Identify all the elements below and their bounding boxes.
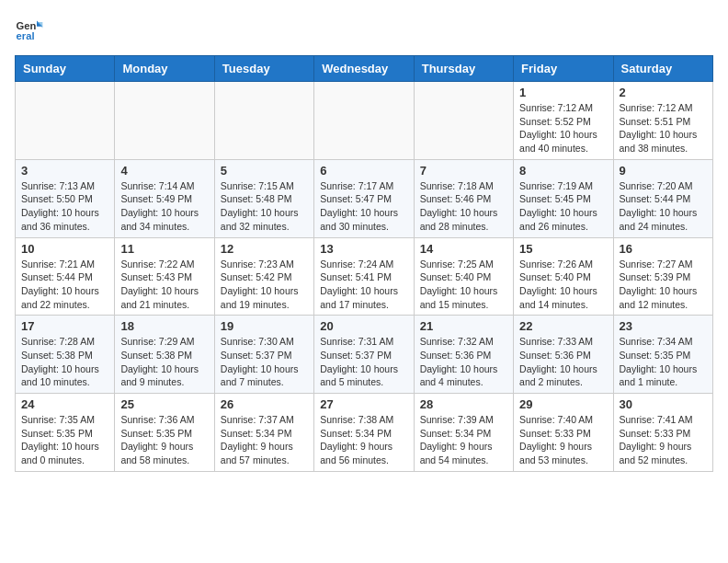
weekday-header-tuesday: Tuesday — [214, 56, 313, 82]
day-number: 2 — [620, 86, 707, 99]
calendar-cell: 27Sunrise: 7:38 AM Sunset: 5:34 PM Dayli… — [314, 394, 414, 472]
calendar-cell — [414, 82, 513, 160]
day-info: Sunrise: 7:34 AM Sunset: 5:35 PM Dayligh… — [620, 335, 707, 389]
calendar-cell: 21Sunrise: 7:32 AM Sunset: 5:36 PM Dayli… — [414, 316, 513, 394]
calendar-cell: 11Sunrise: 7:22 AM Sunset: 5:43 PM Dayli… — [115, 237, 214, 316]
weekday-header-monday: Monday — [115, 56, 214, 82]
calendar-cell: 1Sunrise: 7:12 AM Sunset: 5:52 PM Daylig… — [514, 82, 613, 160]
calendar-cell: 9Sunrise: 7:20 AM Sunset: 5:44 PM Daylig… — [613, 159, 712, 237]
calendar-cell: 4Sunrise: 7:14 AM Sunset: 5:49 PM Daylig… — [115, 159, 214, 237]
day-number: 23 — [620, 319, 707, 333]
day-number: 14 — [420, 242, 507, 256]
day-number: 27 — [320, 397, 407, 411]
calendar-cell: 13Sunrise: 7:24 AM Sunset: 5:41 PM Dayli… — [314, 237, 414, 316]
logo: Gen eral — [15, 15, 48, 44]
day-info: Sunrise: 7:17 AM Sunset: 5:47 PM Dayligh… — [320, 179, 407, 234]
day-number: 1 — [519, 86, 607, 99]
calendar-cell: 12Sunrise: 7:23 AM Sunset: 5:42 PM Dayli… — [214, 237, 313, 316]
calendar-week-1: 1Sunrise: 7:12 AM Sunset: 5:52 PM Daylig… — [16, 82, 713, 160]
calendar-week-4: 17Sunrise: 7:28 AM Sunset: 5:38 PM Dayli… — [16, 316, 713, 394]
calendar-cell: 19Sunrise: 7:30 AM Sunset: 5:37 PM Dayli… — [214, 316, 313, 394]
day-number: 25 — [120, 397, 208, 411]
weekday-header-friday: Friday — [514, 56, 613, 82]
calendar-cell — [214, 82, 313, 160]
calendar-cell: 6Sunrise: 7:17 AM Sunset: 5:47 PM Daylig… — [314, 159, 414, 237]
day-info: Sunrise: 7:40 AM Sunset: 5:33 PM Dayligh… — [519, 413, 607, 467]
day-number: 15 — [519, 242, 607, 256]
day-number: 16 — [620, 242, 707, 256]
calendar-cell: 26Sunrise: 7:37 AM Sunset: 5:34 PM Dayli… — [214, 394, 313, 472]
calendar-cell: 22Sunrise: 7:33 AM Sunset: 5:36 PM Dayli… — [514, 316, 613, 394]
day-number: 13 — [320, 242, 407, 256]
calendar-cell: 17Sunrise: 7:28 AM Sunset: 5:38 PM Dayli… — [16, 316, 115, 394]
day-info: Sunrise: 7:26 AM Sunset: 5:40 PM Dayligh… — [519, 258, 607, 312]
day-info: Sunrise: 7:28 AM Sunset: 5:38 PM Dayligh… — [21, 335, 108, 389]
calendar-header-row: SundayMondayTuesdayWednesdayThursdayFrid… — [16, 56, 713, 82]
calendar-cell: 20Sunrise: 7:31 AM Sunset: 5:37 PM Dayli… — [314, 316, 414, 394]
day-info: Sunrise: 7:18 AM Sunset: 5:46 PM Dayligh… — [420, 179, 507, 234]
day-number: 10 — [21, 242, 108, 256]
calendar-cell: 23Sunrise: 7:34 AM Sunset: 5:35 PM Dayli… — [613, 316, 712, 394]
calendar-week-5: 24Sunrise: 7:35 AM Sunset: 5:35 PM Dayli… — [16, 394, 713, 472]
calendar-cell — [115, 82, 214, 160]
calendar-cell: 18Sunrise: 7:29 AM Sunset: 5:38 PM Dayli… — [115, 316, 214, 394]
day-number: 11 — [120, 242, 208, 256]
svg-text:eral: eral — [17, 30, 35, 41]
day-number: 8 — [519, 164, 607, 178]
day-number: 29 — [519, 397, 607, 411]
calendar-cell: 5Sunrise: 7:15 AM Sunset: 5:48 PM Daylig… — [214, 159, 313, 237]
day-info: Sunrise: 7:21 AM Sunset: 5:44 PM Dayligh… — [21, 258, 108, 312]
day-number: 18 — [120, 319, 208, 333]
calendar-week-3: 10Sunrise: 7:21 AM Sunset: 5:44 PM Dayli… — [16, 237, 713, 316]
calendar-cell — [314, 82, 414, 160]
day-number: 20 — [320, 319, 407, 333]
calendar-table: SundayMondayTuesdayWednesdayThursdayFrid… — [15, 55, 713, 472]
calendar-cell: 15Sunrise: 7:26 AM Sunset: 5:40 PM Dayli… — [514, 237, 613, 316]
calendar-cell: 29Sunrise: 7:40 AM Sunset: 5:33 PM Dayli… — [514, 394, 613, 472]
day-info: Sunrise: 7:12 AM Sunset: 5:51 PM Dayligh… — [620, 101, 707, 155]
day-info: Sunrise: 7:22 AM Sunset: 5:43 PM Dayligh… — [120, 258, 208, 312]
day-number: 19 — [221, 319, 308, 333]
calendar-cell: 3Sunrise: 7:13 AM Sunset: 5:50 PM Daylig… — [16, 159, 115, 237]
weekday-header-thursday: Thursday — [414, 56, 513, 82]
day-info: Sunrise: 7:13 AM Sunset: 5:50 PM Dayligh… — [21, 179, 108, 234]
logo-icon: Gen eral — [15, 15, 44, 44]
day-info: Sunrise: 7:19 AM Sunset: 5:45 PM Dayligh… — [519, 179, 607, 234]
day-info: Sunrise: 7:41 AM Sunset: 5:33 PM Dayligh… — [620, 413, 707, 467]
day-info: Sunrise: 7:12 AM Sunset: 5:52 PM Dayligh… — [519, 101, 607, 155]
calendar-cell: 24Sunrise: 7:35 AM Sunset: 5:35 PM Dayli… — [16, 394, 115, 472]
page-header: Gen eral — [15, 15, 713, 44]
day-number: 4 — [120, 164, 208, 178]
calendar-cell: 14Sunrise: 7:25 AM Sunset: 5:40 PM Dayli… — [414, 237, 513, 316]
day-number: 30 — [620, 397, 707, 411]
day-number: 22 — [519, 319, 607, 333]
calendar-cell: 16Sunrise: 7:27 AM Sunset: 5:39 PM Dayli… — [613, 237, 712, 316]
day-info: Sunrise: 7:36 AM Sunset: 5:35 PM Dayligh… — [120, 413, 208, 467]
day-info: Sunrise: 7:35 AM Sunset: 5:35 PM Dayligh… — [21, 413, 108, 467]
day-number: 21 — [420, 319, 507, 333]
weekday-header-wednesday: Wednesday — [314, 56, 414, 82]
day-info: Sunrise: 7:39 AM Sunset: 5:34 PM Dayligh… — [420, 413, 507, 467]
day-info: Sunrise: 7:33 AM Sunset: 5:36 PM Dayligh… — [519, 335, 607, 389]
day-number: 26 — [221, 397, 308, 411]
day-info: Sunrise: 7:29 AM Sunset: 5:38 PM Dayligh… — [120, 335, 208, 389]
calendar-cell — [16, 82, 115, 160]
calendar-cell: 7Sunrise: 7:18 AM Sunset: 5:46 PM Daylig… — [414, 159, 513, 237]
day-info: Sunrise: 7:25 AM Sunset: 5:40 PM Dayligh… — [420, 258, 507, 312]
day-number: 28 — [420, 397, 507, 411]
day-info: Sunrise: 7:38 AM Sunset: 5:34 PM Dayligh… — [320, 413, 407, 467]
day-number: 9 — [620, 164, 707, 178]
calendar-cell: 25Sunrise: 7:36 AM Sunset: 5:35 PM Dayli… — [115, 394, 214, 472]
day-info: Sunrise: 7:32 AM Sunset: 5:36 PM Dayligh… — [420, 335, 507, 389]
weekday-header-saturday: Saturday — [613, 56, 712, 82]
day-info: Sunrise: 7:23 AM Sunset: 5:42 PM Dayligh… — [221, 258, 308, 312]
day-info: Sunrise: 7:20 AM Sunset: 5:44 PM Dayligh… — [620, 179, 707, 234]
weekday-header-sunday: Sunday — [16, 56, 115, 82]
calendar-week-2: 3Sunrise: 7:13 AM Sunset: 5:50 PM Daylig… — [16, 159, 713, 237]
day-number: 6 — [320, 164, 407, 178]
calendar-cell: 10Sunrise: 7:21 AM Sunset: 5:44 PM Dayli… — [16, 237, 115, 316]
calendar-cell: 8Sunrise: 7:19 AM Sunset: 5:45 PM Daylig… — [514, 159, 613, 237]
day-info: Sunrise: 7:37 AM Sunset: 5:34 PM Dayligh… — [221, 413, 308, 467]
day-info: Sunrise: 7:31 AM Sunset: 5:37 PM Dayligh… — [320, 335, 407, 389]
day-number: 17 — [21, 319, 108, 333]
